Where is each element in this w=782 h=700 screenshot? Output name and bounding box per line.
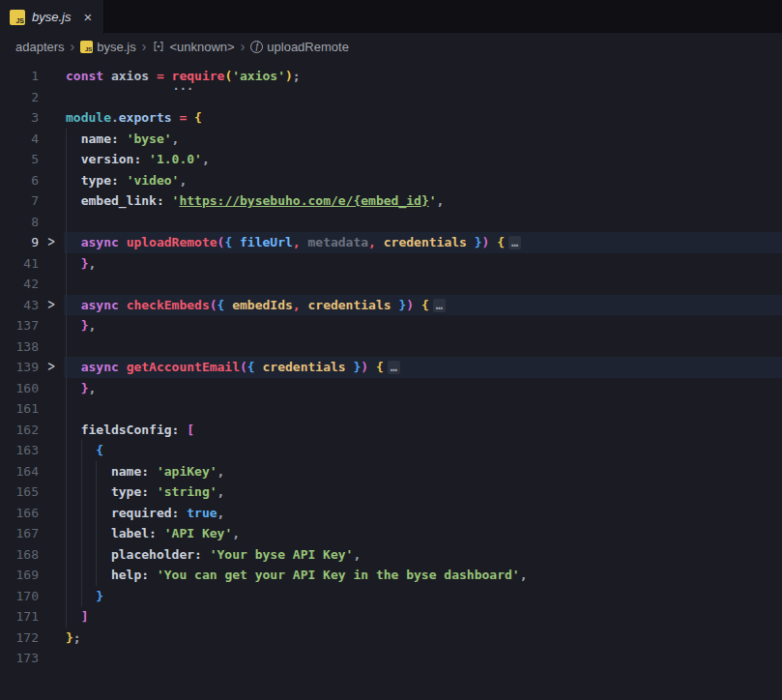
code-line-162[interactable]: 162 fieldsConfig: [ xyxy=(0,420,782,441)
code-line-161[interactable]: 161 xyxy=(0,398,782,420)
code-text[interactable]: placeholder: 'Your byse API Key', xyxy=(64,544,782,566)
code-text[interactable]: }, xyxy=(64,315,782,336)
code-text[interactable]: const axios = require('axios'); xyxy=(64,66,782,87)
tab-byse-js[interactable]: JS byse.js × xyxy=(0,0,104,34)
code-line-160[interactable]: 160 }, xyxy=(0,378,782,399)
code-text[interactable]: }, xyxy=(64,378,782,399)
code-text[interactable]: required: true, xyxy=(64,503,782,524)
code-text[interactable]: ] xyxy=(64,606,782,627)
code-text[interactable]: embed_link: 'https://bysebuho.com/e/{emb… xyxy=(64,190,782,212)
gutter: 41 xyxy=(0,253,64,275)
code-text[interactable] xyxy=(64,212,782,233)
code-line-169[interactable]: 169 help: 'You can get your API Key in t… xyxy=(0,565,782,586)
code-text[interactable] xyxy=(64,648,782,669)
code-line-41[interactable]: 41 }, xyxy=(0,253,782,275)
code-text[interactable]: async checkEmbeds({ embedIds, credential… xyxy=(64,295,782,316)
indent-guide xyxy=(66,336,67,358)
code-text[interactable]: version: '1.0.0', xyxy=(64,149,782,170)
code-token: : xyxy=(111,173,119,188)
code-line-170[interactable]: 170 } xyxy=(0,586,782,607)
code-text[interactable] xyxy=(64,398,782,420)
indent-guide xyxy=(66,544,67,566)
folded-code-ellipsis[interactable]: … xyxy=(433,299,446,312)
code-line-5[interactable]: 5 version: '1.0.0', xyxy=(0,149,782,170)
code-token: name xyxy=(81,131,111,146)
code-editor[interactable]: 1const axios = require('axios');23module… xyxy=(0,59,782,669)
code-line-164[interactable]: 164 name: 'apiKey', xyxy=(0,461,782,482)
code-text[interactable]: name: 'byse', xyxy=(64,129,782,150)
code-text[interactable]: label: 'API Key', xyxy=(64,523,782,544)
code-text[interactable]: type: 'video', xyxy=(64,170,782,191)
line-number: 1 xyxy=(0,66,39,87)
code-text[interactable] xyxy=(64,274,782,295)
code-line-166[interactable]: 166 required: true, xyxy=(0,503,782,524)
code-line-8[interactable]: 8 xyxy=(0,212,782,233)
code-text[interactable] xyxy=(64,87,782,108)
indent-guide xyxy=(66,129,67,150)
indent-guide xyxy=(81,461,82,482)
folded-code-ellipsis[interactable]: … xyxy=(388,361,400,374)
code-token: exports xyxy=(119,110,172,125)
folded-code-ellipsis[interactable]: … xyxy=(508,236,521,249)
breadcrumb-item-byse-js[interactable]: JSbyse.js xyxy=(80,40,135,54)
line-number: 42 xyxy=(0,274,39,295)
code-line-165[interactable]: 165 type: 'string', xyxy=(0,481,782,503)
code-line-172[interactable]: 172}; xyxy=(0,627,782,649)
code-line-171[interactable]: 171 ] xyxy=(0,606,782,627)
code-token: name xyxy=(111,464,141,479)
code-line-1[interactable]: 1const axios = require('axios'); xyxy=(0,66,782,87)
code-token: require xyxy=(172,69,225,83)
code-line-9[interactable]: 9> async uploadRemote({ fileUrl, metadat… xyxy=(0,232,782,253)
code-token: 'You can get your API Key in the byse da… xyxy=(157,568,520,582)
code-text[interactable]: help: 'You can get your API Key in the b… xyxy=(64,565,782,586)
code-token: 'axios' xyxy=(232,69,285,83)
indent-guide xyxy=(96,481,97,503)
code-text[interactable]: fieldsConfig: [ xyxy=(64,420,782,441)
code-token xyxy=(368,360,376,374)
code-line-167[interactable]: 167 label: 'API Key', xyxy=(0,523,782,544)
code-text[interactable]: }; xyxy=(64,627,782,649)
breadcrumb-item-adapters[interactable]: adapters xyxy=(15,40,65,54)
code-token: type xyxy=(111,484,141,499)
line-number: 138 xyxy=(0,336,39,358)
code-text[interactable]: } xyxy=(64,586,782,607)
indent-guide xyxy=(96,503,97,524)
code-text[interactable]: type: 'string', xyxy=(64,481,782,503)
code-line-43[interactable]: 43> async checkEmbeds({ embedIds, creden… xyxy=(0,295,782,316)
code-line-139[interactable]: 139> async getAccountEmail({ credentials… xyxy=(0,357,782,378)
code-line-163[interactable]: 163 { xyxy=(0,440,782,461)
code-token xyxy=(119,298,127,312)
line-number: 166 xyxy=(0,503,39,524)
code-token: ; xyxy=(73,630,81,645)
code-token: [ xyxy=(187,423,194,437)
code-line-138[interactable]: 138 xyxy=(0,336,782,358)
line-number: 137 xyxy=(0,315,39,336)
code-text[interactable]: { xyxy=(64,440,782,461)
code-text[interactable] xyxy=(64,336,782,358)
code-line-173[interactable]: 173 xyxy=(0,648,782,669)
code-line-137[interactable]: 137 }, xyxy=(0,315,782,336)
indent-guide xyxy=(66,378,67,399)
code-token xyxy=(66,506,111,520)
line-number: 43 xyxy=(0,295,39,316)
code-line-2[interactable]: 2 xyxy=(0,87,782,108)
code-text[interactable]: async uploadRemote({ fileUrl, metadata, … xyxy=(64,232,782,253)
code-line-4[interactable]: 4 name: 'byse', xyxy=(0,129,782,150)
code-line-168[interactable]: 168 placeholder: 'Your byse API Key', xyxy=(0,544,782,566)
breadcrumb-item--unknown-[interactable]: <unknown> xyxy=(152,40,234,54)
code-text[interactable]: name: 'apiKey', xyxy=(64,461,782,482)
gutter: 172 xyxy=(0,627,64,649)
code-text[interactable]: }, xyxy=(64,253,782,275)
code-line-6[interactable]: 6 type: 'video', xyxy=(0,170,782,191)
gutter: 164 xyxy=(0,461,64,482)
code-text[interactable]: module.exports = { xyxy=(64,107,782,129)
close-tab-icon[interactable]: × xyxy=(81,10,94,24)
breadcrumb-item-uploadremote[interactable]: fuploadRemote xyxy=(250,40,349,54)
code-line-3[interactable]: 3module.exports = { xyxy=(0,107,782,129)
code-line-7[interactable]: 7 embed_link: 'https://bysebuho.com/e/{e… xyxy=(0,190,782,212)
gutter: 139> xyxy=(0,357,64,378)
code-token: ( xyxy=(240,360,247,374)
code-text[interactable]: async getAccountEmail({ credentials }) {… xyxy=(64,357,782,378)
embed-url-link[interactable]: https://bysebuho.com/e/{embed_id} xyxy=(179,193,428,208)
code-line-42[interactable]: 42 xyxy=(0,274,782,295)
